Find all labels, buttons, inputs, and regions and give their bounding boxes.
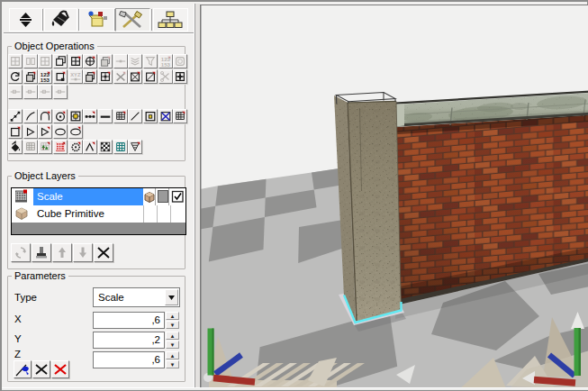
svg-text:153: 153 xyxy=(161,61,171,68)
svg-text:153: 153 xyxy=(41,77,50,83)
svg-text:XYZ: XYZ xyxy=(70,72,81,77)
